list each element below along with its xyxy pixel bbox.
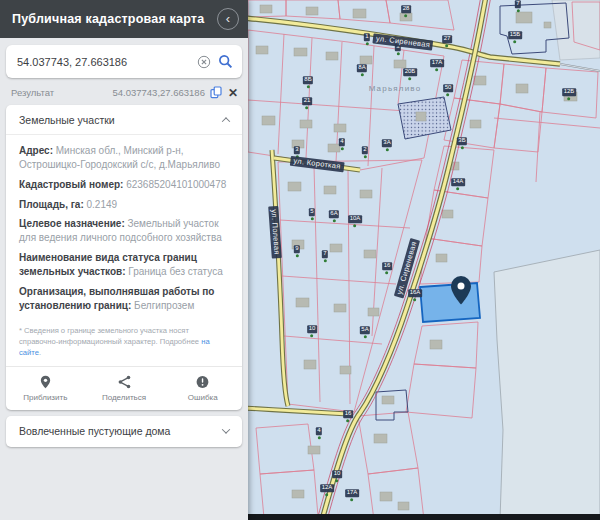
parcel-number-badge: 7	[515, 0, 521, 8]
street-label: ул. Сиреневая	[372, 33, 433, 50]
parcel-number-badge: 21	[302, 97, 312, 105]
field-label: Целевое назначение:	[19, 218, 125, 229]
app-title: Публичная кадастровая карта	[12, 12, 204, 26]
map-labels-overlay: Марьяливо 28132715Б717А20Б8А8Б502112Б432…	[248, 0, 600, 520]
parcel-number-badge: 16А	[408, 289, 422, 297]
parcel-number-badge: 8А	[357, 64, 367, 72]
parcel-number-badge: 27	[442, 35, 452, 43]
parcel-number-badge: 1	[364, 33, 370, 41]
field-purpose: Целевое назначение: Земельный участок дл…	[19, 217, 229, 245]
footnote-suffix: .	[39, 348, 41, 357]
field-value: Граница без статуса	[128, 266, 222, 277]
field-label: Адрес:	[19, 145, 53, 156]
parcel-number-badge: 16	[343, 410, 353, 418]
field-border-status: Наименование вида статуса границ земельн…	[19, 251, 229, 279]
parcel-number-badge: 16	[382, 262, 392, 270]
action-label: Поделиться	[102, 393, 146, 402]
footnote: * Сведения о границе земельного участка …	[6, 321, 242, 366]
result-coordinates: 54.037743,27.663186	[112, 87, 204, 98]
land-parcels-section-header[interactable]: Земельные участки	[6, 105, 242, 135]
parcel-number-badge: 28	[401, 5, 411, 13]
collapse-panel-button[interactable]: ‹	[217, 8, 239, 30]
error-icon	[195, 374, 210, 390]
parcel-number-badge: 15Б	[508, 31, 522, 39]
section-title: Земельные участки	[19, 114, 115, 126]
search-icon[interactable]	[218, 54, 233, 69]
field-value: 0.2149	[87, 199, 118, 210]
parcel-number-badge: 3Б	[457, 137, 467, 145]
field-area: Площадь, га: 0.2149	[19, 198, 229, 212]
field-address: Адрес: Минская обл., Минский р-н, Острош…	[19, 144, 229, 172]
field-label: Площадь, га:	[19, 199, 84, 210]
parcel-number-badge: 2	[362, 146, 368, 154]
parcel-number-badge: 17А	[430, 59, 444, 67]
parcel-number-badge: 5	[309, 208, 315, 216]
parcel-number-badge: 4	[339, 138, 345, 146]
copy-icon[interactable]	[210, 86, 222, 99]
section-title: Вовлеченные пустующие дома	[19, 425, 170, 437]
parcel-number-badge: 10	[307, 325, 317, 333]
app-window: Публичная кадастровая карта ‹ 54.037743,…	[0, 0, 600, 520]
field-organization: Организация, выполнявшая работы по устан…	[19, 285, 229, 313]
parcel-number-badge: 17А	[345, 489, 359, 497]
side-panel: Публичная кадастровая карта ‹ 54.037743,…	[0, 0, 248, 520]
action-label: Ошибка	[188, 393, 218, 402]
report-error-button[interactable]: Ошибка	[163, 374, 242, 402]
empty-homes-section-header[interactable]: Вовлеченные пустующие дома	[6, 416, 242, 447]
parcel-number-badge: 14А	[451, 178, 465, 186]
action-buttons: Приблизить Поделиться	[6, 366, 242, 410]
result-label: Результат	[11, 87, 54, 98]
search-input[interactable]: 54.037743, 27.663186	[17, 56, 190, 68]
parcel-number-badge: 50	[443, 84, 453, 92]
parcel-number-badge: 5А	[360, 326, 370, 334]
street-label: ул. Полевая	[268, 206, 282, 258]
field-value: 623685204101000478	[126, 179, 226, 190]
place-label: Марьяливо	[369, 84, 422, 93]
parcel-number-badge: 7	[322, 250, 328, 258]
chevron-up-icon	[222, 117, 230, 125]
zoom-to-parcel-button[interactable]: Приблизить	[6, 374, 85, 402]
parcel-number-badge: 20Б	[403, 68, 417, 76]
parcel-number-badge: 10А	[348, 215, 362, 223]
result-bar: Результат 54.037743,27.663186 ✕	[0, 83, 248, 104]
parcel-number-badge: 4	[316, 427, 322, 435]
field-label: Кадастровый номер:	[19, 179, 123, 190]
pin-icon	[38, 374, 53, 390]
land-parcels-card: Земельные участки Адрес: Минская обл., М…	[6, 105, 242, 410]
clear-search-icon[interactable]	[197, 55, 211, 69]
parcel-number-badge: 3А	[382, 139, 392, 147]
parcel-number-badge: 10	[332, 470, 342, 478]
parcel-number-badge: 8Б	[303, 76, 313, 84]
chevron-down-icon	[222, 425, 230, 433]
field-value: Белгипрозем	[134, 300, 194, 311]
field-cadastral-number: Кадастровый номер: 623685204101000478	[19, 178, 229, 192]
panel-header: Публичная кадастровая карта ‹	[0, 0, 248, 38]
footnote-text: * Сведения о границе земельного участка …	[19, 326, 201, 346]
action-label: Приблизить	[23, 393, 67, 402]
street-label: ул. Короткая	[290, 156, 344, 172]
share-button[interactable]: Поделиться	[85, 374, 164, 402]
parcel-number-badge: 9	[294, 245, 300, 253]
parcel-number-badge: 12А	[320, 484, 334, 492]
search-box[interactable]: 54.037743, 27.663186	[6, 45, 242, 78]
parcel-details: Адрес: Минская обл., Минский р-н, Острош…	[6, 135, 242, 321]
parcel-number-badge: 12Б	[562, 88, 576, 96]
parcel-number-badge: 6А	[329, 210, 339, 218]
parcel-number-badge: 3	[294, 146, 300, 154]
cadastral-map[interactable]: Марьяливо 28132715Б717А20Б8А8Б502112Б432…	[248, 0, 600, 520]
close-result-icon[interactable]: ✕	[227, 87, 239, 99]
share-icon	[117, 374, 132, 390]
